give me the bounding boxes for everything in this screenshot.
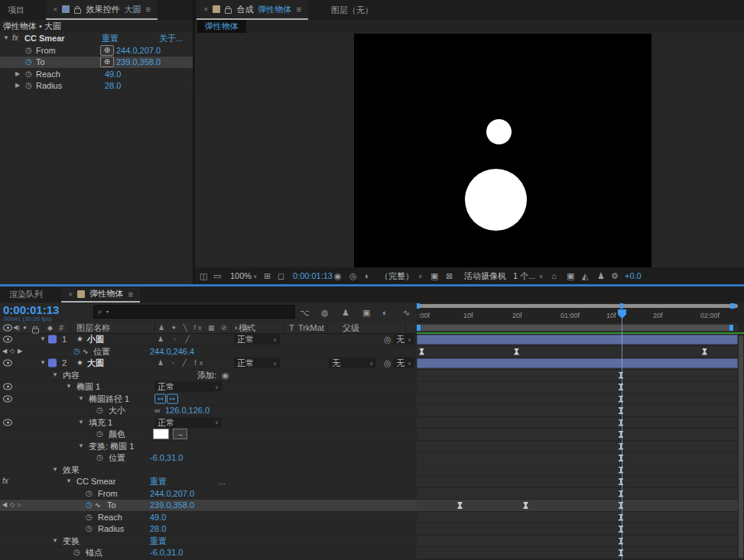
chevron-down-icon[interactable]: ∨ (253, 274, 257, 279)
property-value[interactable]: 244.0,246.4 (150, 347, 194, 355)
twirl-icon[interactable]: ▼ (78, 396, 84, 402)
property-name[interactable]: 大小 (109, 406, 125, 415)
scrollbar-thumb[interactable] (739, 335, 743, 558)
property-value[interactable]: 126.0,126.0 (165, 406, 210, 415)
chevron-down-icon[interactable]: ∨ (501, 274, 505, 279)
property-track[interactable] (417, 370, 738, 382)
mask-visibility-icon[interactable]: ◻ (278, 272, 284, 280)
blend-mode-dropdown[interactable]: 正常∨ (234, 358, 280, 368)
twirl-icon[interactable]: ▼ (52, 538, 58, 544)
prop-row-reach[interactable]: ▶ ◷ Reach 49.0 (0, 69, 193, 81)
shy-layers-icon[interactable]: ♟ (342, 309, 349, 317)
stopwatch-icon[interactable]: ◷ (86, 501, 93, 509)
eye-icon[interactable] (3, 419, 12, 426)
tab-render-queue[interactable]: 渲染队列 (9, 289, 43, 300)
navigator-start-handle[interactable] (417, 303, 420, 309)
layer-name-column[interactable]: 图层名称 (76, 324, 110, 332)
twirl-icon[interactable]: ▼ (66, 478, 72, 484)
property-row-from[interactable]: ◷ From 244.0,207.0 (0, 488, 417, 500)
property-value[interactable]: 28.0 (150, 525, 166, 533)
property-track[interactable] (417, 536, 738, 548)
reset-link[interactable]: 重置 (102, 34, 119, 43)
keyframe[interactable] (419, 348, 424, 355)
property-track[interactable] (417, 547, 738, 559)
add-keyframe-icon[interactable]: ◇ (10, 502, 15, 508)
parent-dropdown[interactable]: 无∨ (393, 335, 414, 345)
effect-name[interactable]: CC Smear (24, 34, 65, 43)
next-keyframe-icon[interactable]: ▶ (18, 502, 22, 508)
draft-3d-icon[interactable]: ◍ (321, 309, 329, 317)
grid-guides-icon[interactable]: ⊞ (264, 272, 271, 280)
property-value[interactable]: 244.0,207.0 (150, 489, 194, 497)
layer-row-1[interactable]: ▼ 1 ★ 小圆 ♟ ◦ ╱ 正常∨ ◎ 无∨ (0, 334, 417, 346)
graph-set-icon[interactable]: ∿ (83, 348, 89, 354)
property-track[interactable] (417, 393, 738, 406)
work-area-start-handle[interactable] (417, 325, 421, 331)
share-view-icon[interactable]: ⌂ (551, 272, 557, 280)
keyframe[interactable] (523, 502, 528, 509)
twirl-icon[interactable]: ▼ (40, 360, 46, 366)
solo-column-icon[interactable]: ● (23, 325, 27, 331)
property-track[interactable] (417, 405, 738, 417)
close-icon[interactable]: × (203, 5, 208, 14)
stopwatch-icon[interactable]: ◷ (96, 406, 103, 414)
layer-track[interactable] (417, 334, 738, 346)
property-row-radius[interactable]: ◷ Radius 28.0 (0, 523, 417, 536)
reset-link[interactable]: 重置 (150, 477, 167, 486)
group-name[interactable]: 变换: 椭圆 1 (89, 442, 134, 450)
close-icon[interactable]: × (68, 290, 73, 299)
lock-icon[interactable] (74, 8, 81, 14)
property-track[interactable] (417, 512, 738, 524)
stopwatch-icon[interactable]: ◷ (86, 525, 93, 532)
property-track[interactable] (417, 488, 738, 500)
property-row-position-1[interactable]: ◀ ◇ ▶ ◷ ∿ 位置 244.0,246.4 (0, 346, 417, 358)
parent-pickwhip-icon[interactable]: ◎ (384, 335, 391, 344)
group-row-ellipse-path1[interactable]: ▼ 椭圆路径 1 ↤ ↦ (0, 393, 417, 406)
parent-pickwhip-icon[interactable]: ◎ (384, 359, 391, 367)
channels-icon[interactable]: ◐ (365, 272, 370, 280)
stopwatch-icon[interactable]: ◷ (25, 82, 32, 89)
camera-dropdown[interactable]: 活动摄像机 (464, 272, 506, 280)
comp-viewer-stage[interactable] (195, 33, 744, 267)
twirl-icon[interactable]: ▼ (78, 419, 84, 426)
stopwatch-icon[interactable]: ◷ (25, 70, 32, 78)
twirl-icon[interactable]: ▼ (78, 443, 84, 449)
layer-name[interactable]: 大圆 (87, 359, 104, 367)
trkmat-dropdown[interactable]: 无∨ (329, 358, 376, 368)
property-name[interactable]: 颜色 (109, 430, 125, 439)
layer-track[interactable] (417, 358, 738, 370)
tab-timeline-comp[interactable]: × 弹性物体 ≡ (61, 286, 140, 303)
group-row-ellipse1[interactable]: ▼ 椭圆 1 正常∨ (0, 381, 417, 393)
motion-blur-icon[interactable]: ◐ (382, 309, 388, 317)
layer-row-2[interactable]: ▼ 2 ★ 大圆 ♟ ◦ ╱ fx 正常∨ 无∨ ◎ 无∨ (0, 358, 417, 370)
eye-icon[interactable] (3, 336, 12, 343)
navigator-end-handle[interactable] (730, 303, 735, 309)
property-track[interactable] (417, 476, 738, 488)
property-name[interactable]: To (107, 501, 116, 510)
eye-icon[interactable] (3, 384, 12, 390)
parent-dropdown[interactable]: 无∨ (393, 358, 414, 368)
keyframe[interactable] (514, 348, 519, 355)
panel-menu-icon[interactable]: ≡ (145, 5, 150, 14)
prop-value[interactable]: 28.0 (105, 82, 121, 90)
twirl-icon[interactable]: ▼ (52, 467, 58, 473)
stopwatch-icon[interactable]: ◷ (86, 490, 93, 497)
transparency-grid-icon[interactable]: ⊠ (446, 272, 453, 280)
path-direction-right-icon[interactable]: ↦ (167, 393, 178, 403)
parent-column[interactable]: 父级 (343, 324, 359, 332)
snapshot-icon[interactable]: ◉ (334, 272, 342, 280)
property-track-selected[interactable] (417, 500, 738, 512)
property-track[interactable] (417, 441, 738, 453)
blend-mode-dropdown[interactable]: 正常∨ (154, 382, 222, 392)
comp-frame[interactable] (354, 34, 651, 267)
stopwatch-icon[interactable]: ◷ (96, 430, 103, 438)
property-track[interactable] (417, 417, 738, 429)
group-row-cc-smear[interactable]: fx ▼ CC Smear 重置 ... (0, 476, 417, 488)
prop-value[interactable]: 239.0,358.0 (116, 58, 161, 66)
mode-column[interactable]: 模式 (239, 324, 255, 332)
blend-mode-dropdown[interactable]: 正常∨ (154, 417, 222, 427)
twirl-icon[interactable]: ▼ (66, 384, 72, 390)
search-box[interactable]: ⌕ ▾ (93, 305, 295, 319)
group-name[interactable]: 效果 (63, 465, 80, 474)
add-keyframe-icon[interactable]: ◇ (10, 348, 15, 354)
